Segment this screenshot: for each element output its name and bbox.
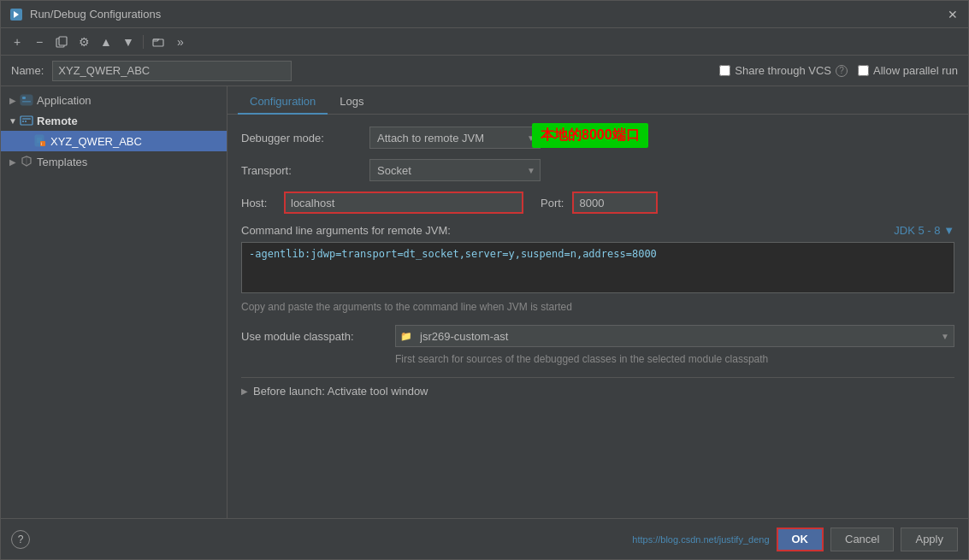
svg-rect-7	[22, 101, 31, 103]
apply-button[interactable]: Apply	[901, 528, 958, 551]
before-launch-arrow[interactable]: ▶	[241, 386, 248, 396]
debugger-mode-control: Attach to remote JVM ▼ 本地的8000端口	[369, 127, 954, 149]
footer-left: ?	[11, 530, 30, 549]
name-label: Name:	[11, 64, 44, 77]
host-input[interactable]	[284, 192, 523, 214]
footer: ? https://blog.csdn.net/justify_deng OK …	[1, 518, 968, 559]
down-button[interactable]: ▼	[119, 32, 138, 51]
module-select-wrapper: 📁 jsr269-custom-ast ▼	[395, 325, 954, 347]
share-vcs-label: Share through VCS	[735, 64, 831, 77]
debugger-mode-select[interactable]: Attach to remote JVM	[369, 127, 541, 149]
transport-select[interactable]: Socket	[369, 159, 541, 181]
sidebar-item-config[interactable]: i XYZ_QWER_ABC	[1, 131, 227, 151]
transport-row: Transport: Socket ▼	[241, 159, 954, 181]
svg-rect-9	[22, 118, 31, 120]
share-vcs-help[interactable]: ?	[836, 65, 848, 77]
footer-right: https://blog.csdn.net/justify_deng OK Ca…	[625, 528, 958, 551]
more-button[interactable]: »	[171, 32, 190, 51]
settings-button[interactable]: ⚙	[74, 32, 93, 51]
name-row-right: Share through VCS ? Allow parallel run	[719, 64, 958, 77]
share-vcs-checkbox[interactable]	[719, 65, 730, 76]
host-port-row: Host: Port:	[241, 192, 954, 214]
up-button[interactable]: ▲	[97, 32, 115, 51]
cancel-button[interactable]: Cancel	[830, 528, 894, 551]
sidebar-item-remote[interactable]: ▼ Remote	[1, 110, 227, 131]
dialog-title: Run/Debug Configurations	[30, 8, 946, 21]
svg-point-10	[22, 121, 24, 122]
sidebar-item-application[interactable]: ▶ Application	[1, 90, 227, 110]
main-content: ▶ Application ▼	[1, 86, 968, 518]
templates-label: Templates	[37, 156, 87, 168]
module-hint: First search for sources of the debugged…	[241, 352, 954, 367]
jdk-link[interactable]: JDK 5 - 8 ▼	[894, 224, 954, 237]
svg-rect-3	[59, 37, 67, 45]
sidebar: ▶ Application ▼	[1, 86, 227, 518]
cmd-section: Command line arguments for remote JVM: J…	[241, 224, 954, 313]
cmd-label: Command line arguments for remote JVM:	[241, 224, 451, 237]
config-item-label: XYZ_QWER_ABC	[50, 135, 142, 148]
dialog-icon	[9, 8, 23, 21]
toolbar: + − ⚙ ▲ ▼ »	[1, 28, 968, 56]
help-button[interactable]: ?	[11, 530, 30, 549]
move-to-folder-button[interactable]	[149, 32, 168, 51]
module-row: Use module classpath: 📁 jsr269-custom-as…	[241, 325, 954, 347]
tab-configuration[interactable]: Configuration	[238, 90, 328, 115]
tooltip-8000: 本地的8000端口	[532, 123, 648, 148]
module-select[interactable]: jsr269-custom-ast	[395, 325, 954, 347]
title-bar: Run/Debug Configurations ✕	[1, 1, 968, 28]
right-panel: Configuration Logs Debugger mode: Attach…	[227, 86, 968, 518]
application-icon	[20, 93, 33, 107]
run-debug-dialog: Run/Debug Configurations ✕ + − ⚙ ▲ ▼ » N…	[0, 0, 969, 560]
debugger-mode-select-wrapper: Attach to remote JVM ▼	[369, 127, 541, 149]
svg-rect-5	[21, 95, 32, 105]
remote-icon	[20, 114, 33, 127]
application-arrow: ▶	[6, 93, 20, 107]
ok-button[interactable]: OK	[777, 528, 824, 551]
tab-logs[interactable]: Logs	[328, 90, 375, 115]
port-label: Port:	[541, 197, 564, 209]
host-label: Host:	[241, 197, 284, 209]
csdn-url: https://blog.csdn.net/justify_deng	[632, 534, 769, 545]
name-input[interactable]	[52, 61, 292, 81]
remote-label: Remote	[37, 115, 78, 127]
module-label: Use module classpath:	[241, 330, 395, 343]
transport-select-wrapper: Socket ▼	[369, 159, 541, 181]
debugger-mode-row: Debugger mode: Attach to remote JVM ▼ 本地…	[241, 127, 954, 149]
panel-content: Debugger mode: Attach to remote JVM ▼ 本地…	[227, 115, 968, 518]
cmd-textarea[interactable]: -agentlib:jdwp=transport=dt_socket,serve…	[241, 242, 954, 293]
remove-button[interactable]: −	[30, 32, 49, 51]
before-launch: ▶ Before launch: Activate tool window	[241, 377, 954, 404]
templates-arrow: ▶	[6, 155, 20, 168]
before-launch-label: Before launch: Activate tool window	[253, 385, 428, 398]
share-vcs-row: Share through VCS ?	[719, 64, 848, 77]
toolbar-separator	[143, 35, 144, 49]
parallel-run-label: Allow parallel run	[873, 64, 958, 77]
debugger-mode-label: Debugger mode:	[241, 132, 369, 144]
svg-text:i: i	[41, 141, 42, 146]
transport-label: Transport:	[241, 164, 369, 177]
parallel-run-checkbox[interactable]	[858, 65, 869, 76]
templates-icon	[20, 155, 33, 168]
remote-arrow: ▼	[6, 114, 20, 127]
svg-rect-6	[22, 97, 26, 99]
parallel-run-row: Allow parallel run	[858, 64, 958, 77]
sidebar-item-templates[interactable]: ▶ Templates	[1, 151, 227, 172]
transport-control: Socket ▼	[369, 159, 954, 181]
svg-point-11	[25, 121, 27, 122]
add-button[interactable]: +	[8, 32, 27, 51]
copy-button[interactable]	[52, 32, 71, 51]
tabs: Configuration Logs	[227, 90, 968, 115]
close-button[interactable]: ✕	[946, 8, 960, 21]
svg-rect-8	[21, 116, 32, 125]
cmd-hint: Copy and paste the arguments to the comm…	[241, 301, 954, 313]
name-row: Name: Share through VCS ? Allow parallel…	[1, 56, 968, 86]
cmd-header: Command line arguments for remote JVM: J…	[241, 224, 954, 237]
config-file-icon: i	[33, 134, 47, 148]
application-label: Application	[37, 94, 92, 107]
port-input[interactable]	[572, 192, 658, 214]
